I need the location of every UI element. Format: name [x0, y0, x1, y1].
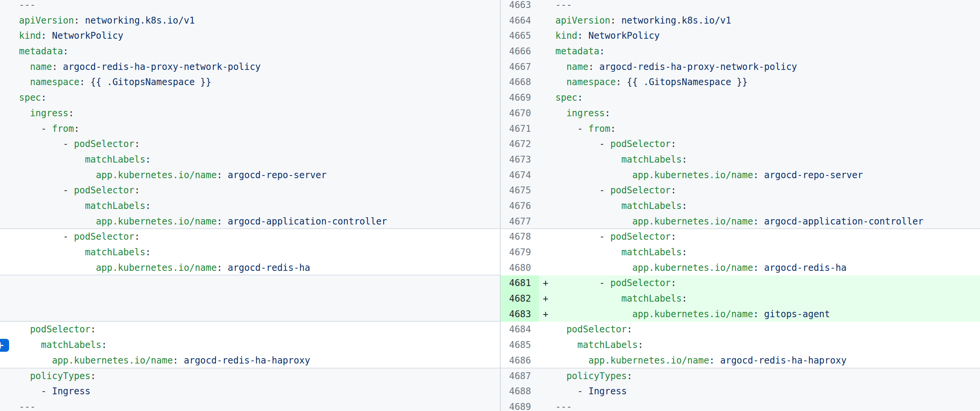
code-line: app.kubernetes.io/name: argocd-redis-ha — [19, 262, 310, 273]
code-line: matchLabels: — [555, 247, 687, 257]
line-number[interactable]: 4675 — [501, 183, 539, 198]
code-line: kind: NetworkPolicy — [19, 30, 124, 41]
code-line: - podSelector: — [19, 139, 140, 149]
code-line: apiVersion: networking.k8s.io/v1 — [19, 15, 195, 26]
diff-row: - from:4671 - from: — [0, 121, 980, 137]
old-code-cell: matchLabels: — [0, 152, 501, 168]
line-number[interactable]: 4671 — [501, 121, 539, 137]
code-line: namespace: {{ .GitopsNamespace }} — [555, 77, 748, 87]
code-line: - Ingress — [555, 386, 627, 397]
old-code-cell: - podSelector: — [0, 183, 501, 198]
new-code-cell: spec: — [539, 90, 980, 106]
diff-row: app.kubernetes.io/name: argocd-redis-ha4… — [0, 260, 980, 276]
add-comment-button[interactable]: + — [0, 339, 9, 352]
line-number[interactable]: 4669 — [501, 90, 539, 106]
line-number[interactable]: 4689 — [501, 399, 539, 411]
line-number[interactable]: 4681 — [501, 275, 539, 291]
new-code-cell: + app.kubernetes.io/name: gitops-agent — [539, 306, 980, 322]
code-line: app.kubernetes.io/name: argocd-applicati… — [555, 216, 923, 227]
added-line-marker: + — [543, 275, 548, 291]
new-code-cell: matchLabels: — [539, 244, 980, 260]
code-line: matchLabels: — [19, 247, 151, 257]
line-number[interactable]: 4670 — [501, 106, 539, 121]
code-line: --- — [555, 401, 572, 411]
old-code-cell: - podSelector: — [0, 229, 501, 244]
diff-row: namespace: {{ .GitopsNamespace }}4668 na… — [0, 75, 980, 90]
diff-row: - Ingress4688 - Ingress — [0, 384, 980, 399]
line-number[interactable]: 4665 — [501, 28, 539, 44]
line-number[interactable]: 4684 — [501, 322, 539, 337]
code-line: app.kubernetes.io/name: argocd-repo-serv… — [555, 170, 863, 181]
old-code-cell: matchLabels: — [0, 244, 501, 260]
code-line: - from: — [555, 124, 616, 134]
diff-row: podSelector:4684 podSelector: — [0, 322, 980, 337]
code-line: - podSelector: — [555, 231, 676, 242]
code-line: --- — [19, 0, 35, 10]
old-code-cell: --- — [0, 399, 501, 411]
old-code-cell: podSelector: — [0, 322, 501, 337]
line-number[interactable]: 4686 — [501, 353, 539, 368]
new-code-cell: matchLabels: — [539, 198, 980, 214]
old-code-cell: ingress: — [0, 106, 501, 121]
new-code-cell: kind: NetworkPolicy — [539, 28, 980, 44]
new-code-cell: name: argocd-redis-ha-proxy-network-poli… — [539, 59, 980, 75]
line-number[interactable]: 4672 — [501, 136, 539, 152]
old-code-cell: - podSelector: — [0, 136, 501, 152]
line-number[interactable]: 4678 — [501, 229, 539, 244]
new-code-cell: app.kubernetes.io/name: argocd-redis-ha-… — [539, 353, 980, 368]
empty-placeholder-cell — [0, 275, 501, 291]
diff-row: spec:4669spec: — [0, 90, 980, 106]
diff-split-view: ---4663---apiVersion: networking.k8s.io/… — [0, 0, 980, 411]
line-number[interactable]: 4683 — [501, 306, 539, 322]
old-code-cell: apiVersion: networking.k8s.io/v1 — [0, 13, 501, 29]
line-number[interactable]: 4676 — [501, 198, 539, 214]
line-number[interactable]: 4682 — [501, 291, 539, 306]
line-number[interactable]: 4677 — [501, 214, 539, 229]
empty-placeholder-cell — [0, 291, 501, 306]
new-code-cell: app.kubernetes.io/name: argocd-repo-serv… — [539, 168, 980, 183]
diff-row: matchLabels:4685 matchLabels: — [0, 337, 980, 353]
added-line-marker: + — [543, 306, 548, 322]
code-line: app.kubernetes.io/name: argocd-redis-ha-… — [555, 355, 846, 366]
line-number[interactable]: 4687 — [501, 368, 539, 384]
diff-row: name: argocd-redis-ha-proxy-network-poli… — [0, 59, 980, 75]
line-number[interactable]: 4667 — [501, 59, 539, 75]
line-number[interactable]: 4673 — [501, 152, 539, 168]
code-line: matchLabels: — [555, 340, 643, 350]
diff-rows: ---4663---apiVersion: networking.k8s.io/… — [0, 0, 980, 411]
line-number[interactable]: 4666 — [501, 44, 539, 59]
old-code-cell: namespace: {{ .GitopsNamespace }} — [0, 75, 501, 90]
code-line: apiVersion: networking.k8s.io/v1 — [555, 15, 731, 26]
code-line: name: argocd-redis-ha-proxy-network-poli… — [19, 62, 261, 72]
diff-row: 4682+ matchLabels: — [0, 291, 980, 306]
diff-row: ---4689--- — [0, 399, 980, 411]
line-number[interactable]: 4685 — [501, 337, 539, 353]
code-line: app.kubernetes.io/name: argocd-redis-ha-… — [19, 355, 310, 366]
line-number[interactable]: 4688 — [501, 384, 539, 399]
line-number[interactable]: 4679 — [501, 244, 539, 260]
new-code-cell: + matchLabels: — [539, 291, 980, 306]
old-code-cell: --- — [0, 0, 501, 13]
new-code-cell: app.kubernetes.io/name: argocd-redis-ha — [539, 260, 980, 276]
code-line: matchLabels: — [555, 201, 687, 211]
code-line: --- — [19, 401, 35, 411]
diff-row: apiVersion: networking.k8s.io/v14664apiV… — [0, 13, 980, 29]
code-line: podSelector: — [555, 324, 632, 335]
diff-row: policyTypes:4687 policyTypes: — [0, 368, 980, 384]
old-code-cell: spec: — [0, 90, 501, 106]
old-code-cell: app.kubernetes.io/name: argocd-repo-serv… — [0, 168, 501, 183]
code-line: app.kubernetes.io/name: argocd-applicati… — [19, 216, 387, 227]
old-code-cell: name: argocd-redis-ha-proxy-network-poli… — [0, 59, 501, 75]
line-number[interactable]: 4680 — [501, 260, 539, 276]
diff-row: 4683+ app.kubernetes.io/name: gitops-age… — [0, 306, 980, 322]
line-number[interactable]: 4674 — [501, 168, 539, 183]
code-line: metadata: — [19, 46, 68, 57]
added-line-marker: + — [543, 291, 548, 306]
line-number[interactable]: 4668 — [501, 75, 539, 90]
diff-row: matchLabels:4676 matchLabels: — [0, 198, 980, 214]
code-line: - podSelector: — [19, 231, 140, 242]
line-number[interactable]: 4663 — [501, 0, 539, 13]
diff-row: metadata:4666metadata: — [0, 44, 980, 59]
old-code-cell: matchLabels: — [0, 198, 501, 214]
line-number[interactable]: 4664 — [501, 13, 539, 29]
